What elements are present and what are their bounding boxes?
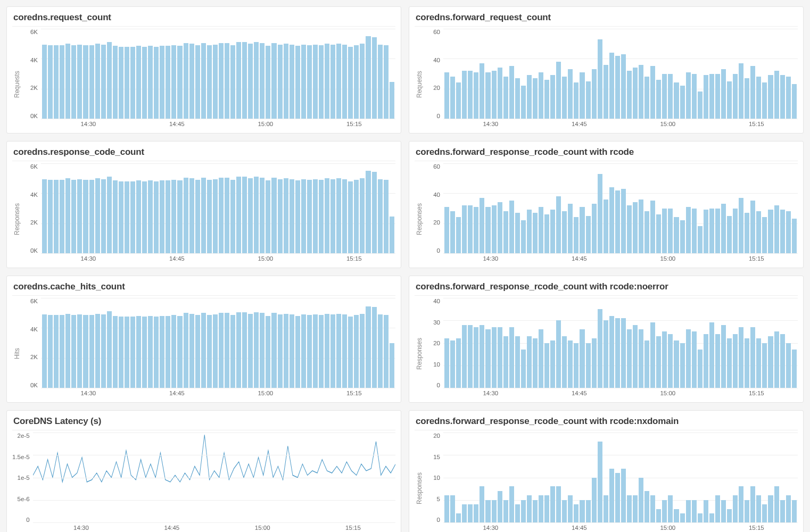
bar[interactable]	[271, 178, 276, 253]
bar[interactable]	[474, 207, 478, 253]
bar[interactable]	[189, 44, 194, 119]
bar[interactable]	[195, 45, 200, 119]
panel-latency[interactable]: CoreDNS Latency (s)2e-51.5e-51e-55e-6014…	[6, 410, 401, 532]
bar[interactable]	[704, 334, 708, 388]
bar[interactable]	[704, 210, 708, 253]
bar[interactable]	[662, 331, 667, 388]
bar[interactable]	[65, 44, 70, 119]
bar[interactable]	[698, 513, 702, 522]
bar[interactable]	[745, 78, 749, 119]
bar[interactable]	[248, 44, 253, 119]
bar[interactable]	[207, 180, 212, 253]
bar[interactable]	[462, 205, 467, 253]
panel-request_count[interactable]: coredns.request_countRequests6K4K2K0K14:…	[6, 6, 401, 134]
bar[interactable]	[762, 343, 767, 388]
bar[interactable]	[627, 495, 632, 522]
bar[interactable]	[621, 469, 626, 522]
bar[interactable]	[509, 486, 514, 522]
bar[interactable]	[692, 74, 697, 119]
bar[interactable]	[113, 316, 118, 388]
bar[interactable]	[136, 316, 141, 388]
bar[interactable]	[498, 327, 502, 388]
bar[interactable]	[119, 317, 123, 388]
bar[interactable]	[780, 210, 785, 253]
bar[interactable]	[230, 180, 235, 253]
bar[interactable]	[574, 504, 578, 522]
bar[interactable]	[148, 316, 153, 388]
bar[interactable]	[480, 325, 484, 388]
bar[interactable]	[521, 350, 526, 388]
bar[interactable]	[533, 213, 538, 253]
bar[interactable]	[301, 314, 306, 388]
bar[interactable]	[544, 80, 549, 119]
bar[interactable]	[360, 314, 365, 388]
bar[interactable]	[621, 54, 626, 119]
bar[interactable]	[160, 46, 164, 119]
bar[interactable]	[480, 63, 484, 119]
bar[interactable]	[598, 174, 602, 253]
bar[interactable]	[503, 77, 508, 119]
bar[interactable]	[592, 478, 597, 523]
bar[interactable]	[544, 214, 549, 253]
panel-forward_response_noerror[interactable]: coredns.forward_response_rcode_count wit…	[409, 276, 804, 403]
bar[interactable]	[171, 45, 176, 119]
bar[interactable]	[348, 47, 353, 119]
bar[interactable]	[485, 207, 490, 253]
bar[interactable]	[125, 181, 129, 253]
line-series[interactable]	[33, 435, 395, 482]
bar[interactable]	[762, 217, 767, 253]
bar[interactable]	[686, 72, 691, 119]
bar[interactable]	[680, 220, 685, 253]
bar[interactable]	[662, 209, 667, 254]
bar[interactable]	[225, 43, 229, 119]
bar[interactable]	[225, 313, 229, 388]
bar[interactable]	[330, 45, 335, 119]
bar[interactable]	[213, 45, 218, 119]
bar[interactable]	[539, 495, 543, 522]
bar[interactable]	[219, 178, 224, 253]
bar[interactable]	[498, 68, 502, 119]
bar[interactable]	[378, 179, 383, 253]
bar[interactable]	[77, 179, 82, 253]
bar[interactable]	[709, 322, 714, 388]
bar[interactable]	[65, 178, 70, 253]
bar[interactable]	[562, 500, 567, 522]
bar[interactable]	[621, 189, 626, 253]
bar[interactable]	[674, 82, 679, 119]
bar[interactable]	[136, 180, 141, 253]
bar[interactable]	[786, 495, 791, 522]
bar[interactable]	[207, 315, 212, 388]
bar[interactable]	[189, 178, 194, 253]
bar[interactable]	[780, 500, 785, 522]
bar[interactable]	[42, 314, 47, 388]
bar[interactable]	[177, 180, 182, 253]
bar[interactable]	[372, 307, 377, 388]
bar[interactable]	[184, 43, 188, 119]
bar[interactable]	[60, 45, 64, 119]
bar[interactable]	[721, 69, 726, 119]
bar[interactable]	[768, 336, 773, 388]
bar[interactable]	[739, 327, 743, 388]
bar[interactable]	[615, 190, 620, 253]
bar[interactable]	[242, 42, 247, 119]
bar[interactable]	[739, 63, 743, 119]
bar[interactable]	[544, 343, 549, 388]
bar[interactable]	[480, 198, 484, 253]
bar[interactable]	[319, 45, 324, 119]
bar[interactable]	[474, 72, 478, 119]
bar[interactable]	[290, 179, 294, 253]
bar[interactable]	[278, 179, 283, 253]
bar[interactable]	[503, 336, 508, 388]
bar[interactable]	[48, 315, 53, 388]
bar[interactable]	[166, 180, 170, 253]
panel-forward_response_nxdomain[interactable]: coredns.forward_response_rcode_count wit…	[409, 410, 804, 532]
bar[interactable]	[266, 316, 270, 388]
bar[interactable]	[468, 71, 473, 119]
bar[interactable]	[330, 179, 335, 253]
bar[interactable]	[450, 211, 455, 253]
bar[interactable]	[450, 340, 455, 388]
bar[interactable]	[295, 180, 300, 253]
bar[interactable]	[450, 77, 455, 119]
bar[interactable]	[774, 331, 779, 388]
bar[interactable]	[715, 209, 720, 254]
